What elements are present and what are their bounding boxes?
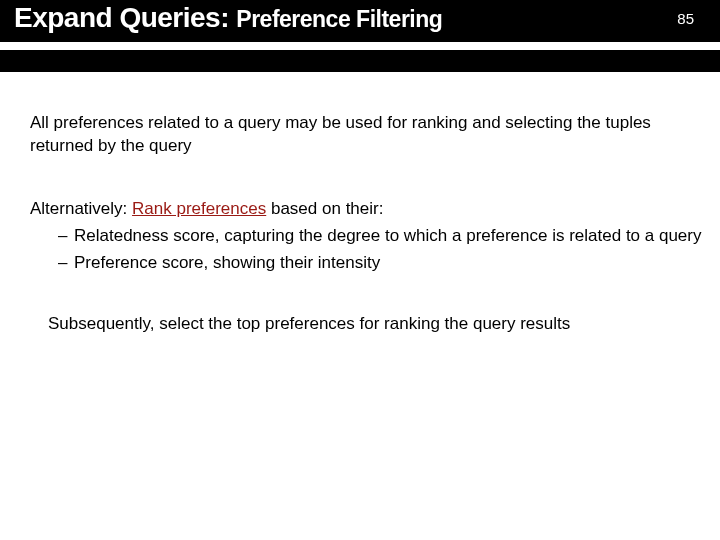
title-sub: Preference Filtering (236, 6, 442, 32)
list-item-text: Relatedness score, capturing the degree … (74, 226, 701, 245)
slide: Expand Queries: Preference Filtering 85 … (0, 0, 720, 540)
paragraph-intro: All preferences related to a query may b… (30, 112, 708, 158)
rank-preferences-term: Rank preferences (132, 199, 266, 218)
title-main: Expand Queries: (14, 2, 236, 33)
list-item-text: Preference score, showing their intensit… (74, 253, 380, 272)
criteria-list: Relatedness score, capturing the degree … (30, 225, 708, 275)
slide-content: All preferences related to a query may b… (30, 112, 708, 336)
title-bar: Expand Queries: Preference Filtering 85 (0, 0, 720, 72)
alt-prefix: Alternatively: (30, 199, 132, 218)
paragraph-conclusion: Subsequently, select the top preferences… (30, 313, 708, 336)
title-divider (0, 42, 720, 50)
list-item: Relatedness score, capturing the degree … (58, 225, 708, 248)
alt-suffix: based on their: (266, 199, 383, 218)
slide-title: Expand Queries: Preference Filtering (14, 2, 442, 34)
paragraph-alt: Alternatively: Rank preferences based on… (30, 198, 708, 275)
slide-number: 85 (677, 10, 694, 27)
list-item: Preference score, showing their intensit… (58, 252, 708, 275)
